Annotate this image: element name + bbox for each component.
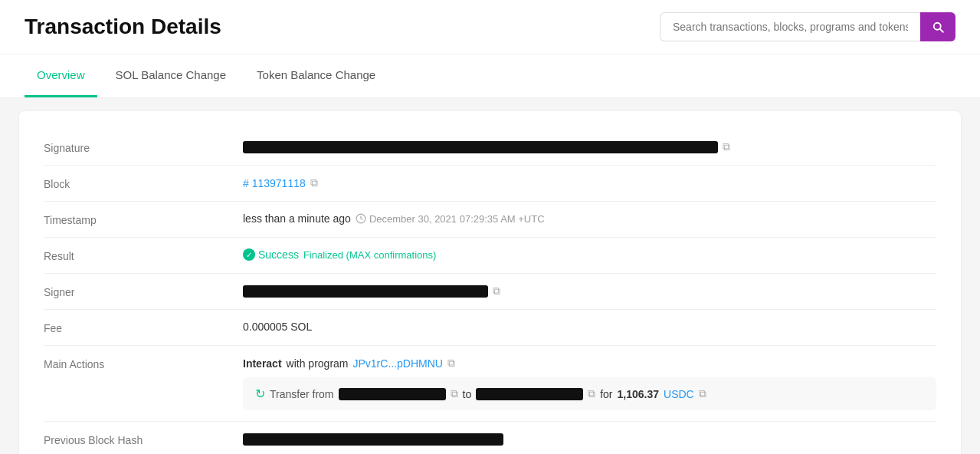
timestamp-row: Timestamp less than a minute ago Decembe… — [44, 202, 936, 238]
usdc-link[interactable]: USDC — [664, 388, 694, 400]
prev-hash-text — [243, 433, 503, 446]
tab-token-balance-change[interactable]: Token Balance Change — [244, 54, 388, 97]
fee-amount: 0.000005 SOL — [243, 321, 312, 333]
transfer-to-redacted — [476, 388, 583, 400]
prev-hash-redacted — [243, 433, 503, 446]
tabs-bar: Overview SOL Balance Change Token Balanc… — [0, 54, 980, 98]
block-link[interactable]: # 113971118 — [243, 177, 306, 189]
main-content: Signature ⧉ Block # 113971118 ⧉ Timestam… — [18, 110, 962, 454]
tab-overview[interactable]: Overview — [25, 54, 97, 97]
signature-row: Signature ⧉ — [44, 130, 936, 166]
signature-copy-icon[interactable]: ⧉ — [723, 140, 730, 153]
block-label: Block — [44, 176, 243, 190]
interact-label: Interact — [243, 357, 282, 370]
main-actions-value: Interact with program JPv1rC...pDHMNU ⧉ … — [243, 357, 936, 410]
transfer-cycle-icon: ↻ — [255, 387, 265, 401]
tab-sol-balance-change[interactable]: SOL Balance Change — [103, 54, 239, 97]
program-copy-icon[interactable]: ⧉ — [447, 357, 455, 370]
transfer-from-redacted — [339, 388, 446, 400]
main-actions-row: Main Actions Interact with program JPv1r… — [44, 346, 936, 422]
transfer-from-label: Transfer from — [270, 388, 334, 400]
prev-hash-value — [243, 433, 936, 446]
transfer-amount: 1,106.37 — [618, 388, 660, 400]
search-button[interactable] — [920, 12, 955, 41]
interact-line: Interact with program JPv1rC...pDHMNU ⧉ — [243, 357, 455, 370]
clock-icon — [356, 213, 366, 224]
block-copy-icon[interactable]: ⧉ — [310, 176, 318, 189]
success-badge: ✓ Success — [243, 248, 299, 261]
transfer-for-text: for — [600, 388, 612, 400]
timestamp-full: December 30, 2021 07:29:35 AM +UTC — [369, 213, 545, 225]
signature-label: Signature — [44, 140, 243, 154]
prev-hash-row: Previous Block Hash — [44, 422, 936, 454]
finalized-link[interactable]: Finalized (MAX confirmations) — [303, 249, 436, 261]
transfer-to-copy-icon[interactable]: ⧉ — [588, 387, 595, 400]
timestamp-value: less than a minute ago December 30, 2021… — [243, 212, 936, 225]
token-copy-icon[interactable]: ⧉ — [699, 387, 706, 400]
fee-label: Fee — [44, 321, 243, 334]
result-row: Result ✓ Success Finalized (MAX confirma… — [44, 238, 936, 274]
search-icon — [931, 20, 945, 34]
signer-redacted — [243, 285, 488, 298]
result-label: Result — [44, 248, 243, 262]
transfer-from-copy-icon[interactable]: ⧉ — [451, 387, 458, 400]
search-input[interactable] — [660, 12, 920, 41]
fee-value: 0.000005 SOL — [243, 321, 936, 333]
signer-row: Signer ⧉ — [44, 274, 936, 310]
signature-redacted — [243, 141, 718, 153]
timestamp-label: Timestamp — [44, 212, 243, 226]
success-text: Success — [258, 248, 299, 261]
timestamp-relative: less than a minute ago — [243, 212, 351, 225]
main-actions-label: Main Actions — [44, 357, 243, 370]
program-link[interactable]: JPv1rC...pDHMNU — [353, 357, 443, 370]
block-row: Block # 113971118 ⧉ — [44, 166, 936, 202]
search-container — [660, 12, 955, 41]
transfer-box: ↻ Transfer from ⧉ to ⧉ for 1,106.37 USDC… — [243, 377, 936, 410]
result-value: ✓ Success Finalized (MAX confirmations) — [243, 248, 936, 261]
signer-value: ⧉ — [243, 285, 936, 298]
prev-hash-label: Previous Block Hash — [44, 433, 243, 446]
signature-value: ⧉ — [243, 140, 936, 153]
block-value: # 113971118 ⧉ — [243, 176, 936, 189]
header: Transaction Details — [0, 0, 980, 54]
fee-row: Fee 0.000005 SOL — [44, 310, 936, 346]
signer-copy-icon[interactable]: ⧉ — [493, 285, 500, 298]
transfer-to-label: to — [463, 388, 472, 400]
page-title: Transaction Details — [25, 15, 221, 39]
timestamp-full-info: December 30, 2021 07:29:35 AM +UTC — [356, 213, 545, 225]
signer-label: Signer — [44, 285, 243, 298]
interact-with-text: with program — [287, 357, 349, 370]
success-checkmark-icon: ✓ — [243, 248, 255, 261]
